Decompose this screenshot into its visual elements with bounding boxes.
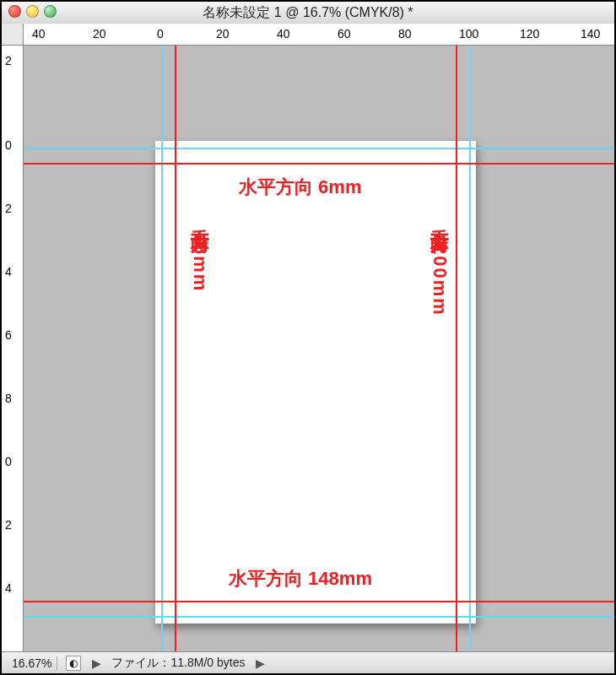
chevron-right-icon[interactable]: ▶ <box>253 656 267 670</box>
ruler-origin[interactable] <box>2 24 24 46</box>
guide-cyan-vertical[interactable] <box>161 46 163 651</box>
minimize-icon[interactable] <box>26 5 39 18</box>
ruler-tick-label: 60 <box>338 27 351 40</box>
ruler-tick-label: 0 <box>5 455 12 468</box>
ruler-tick-label: 20 <box>93 27 106 40</box>
ruler-tick-label: 2 <box>5 54 12 68</box>
titlebar[interactable]: 名称未設定 1 @ 16.7% (CMYK/8) * <box>2 2 614 24</box>
label-vertical-left-prefix: 垂直方向 <box>190 214 211 244</box>
label-vertical-right-prefix: 垂直方向 <box>430 214 451 244</box>
zoom-readout[interactable]: 16.67% <box>7 656 57 670</box>
guide-red-horizontal[interactable] <box>24 163 614 165</box>
guide-cyan-vertical[interactable] <box>469 46 471 651</box>
document-window: 名称未設定 1 @ 16.7% (CMYK/8) * 4020020406080… <box>0 0 616 675</box>
label-horizontal-bottom: 水平方向 148mm <box>229 566 372 591</box>
window-title: 名称未設定 1 @ 16.7% (CMYK/8) * <box>203 4 413 22</box>
ruler-tick-label: 20 <box>216 27 230 40</box>
guide-cyan-horizontal[interactable] <box>24 616 614 618</box>
label-vertical-left-value: 6mm <box>190 244 211 292</box>
history-icon[interactable]: ◐ <box>66 656 81 671</box>
ruler-tick-label: 8 <box>5 392 12 405</box>
label-vertical-right: 垂直方向 100mm <box>427 214 452 316</box>
ruler-tick-label: 2 <box>5 202 12 215</box>
ruler-tick-label: 4 <box>5 265 12 278</box>
guide-red-horizontal[interactable] <box>24 601 614 602</box>
label-horizontal-top: 水平方向 6mm <box>239 175 361 200</box>
canvas[interactable]: 水平方向 6mm 水平方向 148mm 垂直方向 6mm 垂直方向 100mm <box>24 46 614 651</box>
artboard[interactable] <box>155 141 476 624</box>
ruler-tick-label: 6 <box>5 328 12 342</box>
guide-cyan-horizontal[interactable] <box>24 148 614 149</box>
ruler-tick-label: 0 <box>5 138 12 152</box>
ruler-tick-label: 40 <box>277 27 290 40</box>
chevron-right-icon[interactable]: ▶ <box>89 656 103 670</box>
file-info: ファイル：11.8M/0 bytes <box>111 656 245 671</box>
workspace: 4020020406080100120140 202468024 水平方向 6m… <box>2 24 614 673</box>
ruler-tick-label: 120 <box>520 27 539 40</box>
zoom-icon[interactable] <box>44 5 57 18</box>
ruler-tick-label: 4 <box>5 581 12 595</box>
ruler-vertical[interactable]: 202468024 <box>2 46 24 651</box>
status-bar: 16.67% ◐ ▶ ファイル：11.8M/0 bytes ▶ <box>2 651 614 673</box>
guide-red-vertical[interactable] <box>175 46 176 651</box>
close-icon[interactable] <box>8 5 21 18</box>
ruler-tick-label: 100 <box>459 27 478 40</box>
ruler-tick-label: 140 <box>581 27 600 40</box>
guide-red-vertical[interactable] <box>456 46 457 651</box>
ruler-tick-label: 40 <box>32 27 46 40</box>
label-vertical-left: 垂直方向 6mm <box>187 214 213 292</box>
ruler-horizontal[interactable]: 4020020406080100120140 <box>24 24 614 46</box>
ruler-tick-label: 80 <box>398 27 412 40</box>
window-controls <box>8 5 57 18</box>
ruler-tick-label: 2 <box>5 518 12 532</box>
label-vertical-right-value: 100mm <box>430 244 451 316</box>
ruler-tick-label: 0 <box>157 27 164 40</box>
